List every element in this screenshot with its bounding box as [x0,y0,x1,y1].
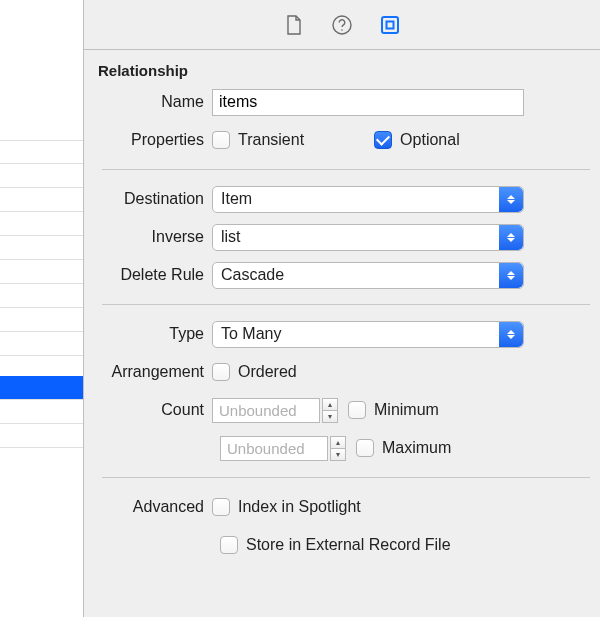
delete-rule-select[interactable]: Cascade [212,262,524,289]
count-max-stepper[interactable]: ▴ ▾ [220,436,346,461]
file-inspector-icon[interactable] [283,14,305,36]
destination-select[interactable]: Item [212,186,524,213]
stepper-up-icon[interactable]: ▴ [322,398,338,411]
sidebar-row[interactable] [0,284,83,308]
data-model-inspector-icon[interactable] [379,14,401,36]
stepper-down-icon[interactable]: ▾ [322,411,338,423]
sidebar-row[interactable] [0,308,83,332]
index-spotlight-label: Index in Spotlight [238,498,361,516]
count-max-field[interactable] [220,436,328,461]
inverse-value: list [221,228,241,246]
type-select[interactable]: To Many [212,321,524,348]
type-label: Type [94,325,212,343]
section-title: Relationship [98,62,590,79]
name-label: Name [94,93,212,111]
optional-label: Optional [400,131,460,149]
count-label: Count [94,401,212,419]
index-spotlight-checkbox[interactable] [212,498,230,516]
sidebar-row[interactable] [0,400,83,424]
chevron-updown-icon [499,187,523,212]
svg-rect-2 [382,17,398,33]
destination-label: Destination [94,190,212,208]
sidebar-row[interactable] [0,140,83,164]
svg-point-0 [333,16,351,34]
name-field[interactable] [212,89,524,116]
minimum-label: Minimum [374,401,439,419]
inverse-select[interactable]: list [212,224,524,251]
transient-checkbox[interactable] [212,131,230,149]
arrangement-label: Arrangement [94,363,212,381]
svg-point-1 [341,29,343,31]
divider [102,169,590,170]
store-external-checkbox[interactable] [220,536,238,554]
help-inspector-icon[interactable] [331,14,353,36]
count-min-stepper[interactable]: ▴ ▾ [212,398,338,423]
optional-checkbox[interactable] [374,131,392,149]
sidebar-row-selected[interactable] [0,376,83,400]
stepper-down-icon[interactable]: ▾ [330,449,346,461]
maximum-label: Maximum [382,439,451,457]
sidebar [0,0,84,617]
svg-rect-3 [387,21,394,28]
advanced-label: Advanced [94,498,212,516]
sidebar-row[interactable] [0,164,83,188]
count-min-field[interactable] [212,398,320,423]
sidebar-row[interactable] [0,332,83,356]
sidebar-row[interactable] [0,236,83,260]
ordered-checkbox[interactable] [212,363,230,381]
delete-rule-label: Delete Rule [94,266,212,284]
sidebar-row[interactable] [0,212,83,236]
ordered-label: Ordered [238,363,297,381]
minimum-checkbox[interactable] [348,401,366,419]
type-value: To Many [221,325,281,343]
store-external-label: Store in External Record File [246,536,451,554]
chevron-updown-icon [499,263,523,288]
sidebar-row[interactable] [0,260,83,284]
destination-value: Item [221,190,252,208]
chevron-updown-icon [499,225,523,250]
stepper-up-icon[interactable]: ▴ [330,436,346,449]
divider [102,304,590,305]
divider [102,477,590,478]
sidebar-row[interactable] [0,188,83,212]
delete-rule-value: Cascade [221,266,284,284]
sidebar-row[interactable] [0,424,83,448]
chevron-updown-icon [499,322,523,347]
transient-label: Transient [238,131,304,149]
maximum-checkbox[interactable] [356,439,374,457]
properties-label: Properties [94,131,212,149]
inspector-toolbar [84,0,600,50]
inverse-label: Inverse [94,228,212,246]
